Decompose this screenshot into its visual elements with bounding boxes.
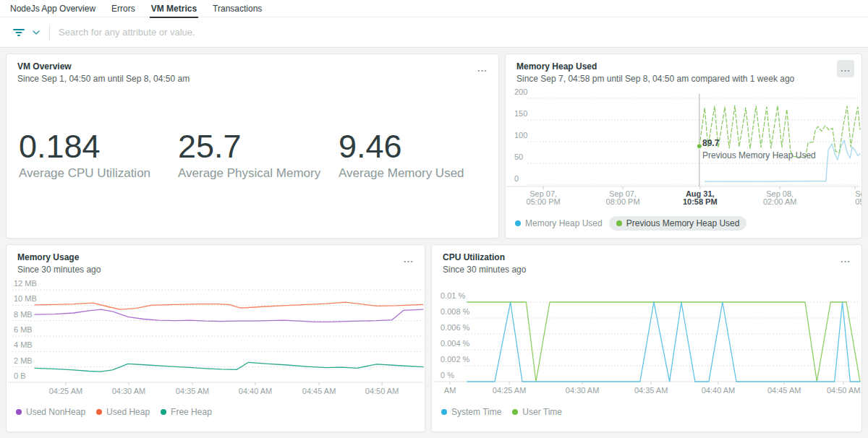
svg-text:02:00 AM: 02:00 AM — [763, 197, 796, 206]
panel-memory-heap-used: 050100150200Sep 07,05:00 PMSep 07,08:00 … — [505, 53, 862, 239]
legend-item[interactable]: Free Heap — [161, 407, 212, 417]
chart-legend: System TimeUser Time — [441, 407, 562, 417]
divider — [49, 25, 50, 40]
legend-dot-icon — [161, 409, 166, 415]
svg-text:10:58 PM: 10:58 PM — [683, 197, 718, 206]
panel-subtitle: Since 30 minutes ago — [443, 265, 851, 275]
metric-label: Average Memory Used — [339, 166, 464, 181]
legend-dot-icon — [512, 409, 518, 415]
svg-text:04:50 AM: 04:50 AM — [365, 387, 399, 395]
legend-label: System Time — [451, 407, 501, 417]
svg-text:2 MB: 2 MB — [14, 356, 33, 365]
metric-label: Average CPU Utilization — [19, 166, 150, 181]
svg-text:AM: AM — [444, 386, 456, 395]
svg-text:200: 200 — [514, 87, 527, 96]
svg-text:0: 0 — [514, 174, 519, 183]
svg-text:0.002 %: 0.002 % — [441, 355, 470, 364]
metric-label: Average Physical Memory — [178, 166, 320, 181]
svg-text:0.006 %: 0.006 % — [441, 323, 470, 332]
chevron-down-icon[interactable] — [32, 30, 41, 35]
panel-menu-button[interactable]: ... — [400, 251, 417, 268]
search-input[interactable] — [59, 27, 861, 38]
panel-title: CPU Utilization — [443, 252, 851, 262]
legend-dot-icon — [441, 409, 447, 415]
metric-value: 25.7 — [178, 129, 320, 163]
panel-subtitle: Since Sep 7, 04:58 pm until Sep 8, 04:50… — [516, 74, 851, 84]
svg-text:04:30 AM: 04:30 AM — [112, 387, 145, 395]
panel-vm-overview: VM Overview Since Sep 1, 04:50 am until … — [6, 53, 499, 239]
svg-text:4 MB: 4 MB — [14, 340, 33, 349]
billboard-metric: 9.46 Average Memory Used — [339, 129, 464, 181]
svg-text:8 MB: 8 MB — [14, 310, 33, 319]
legend-item[interactable]: Previous Memory Heap Used — [609, 216, 747, 231]
chart-legend: Used NonHeapUsed HeapFree Heap — [16, 407, 212, 417]
svg-text:04:35 AM: 04:35 AM — [176, 387, 209, 395]
panel-title: Memory Usage — [17, 252, 414, 262]
legend-item[interactable]: Used Heap — [96, 407, 150, 417]
legend-item[interactable]: System Time — [441, 407, 501, 417]
panel-menu-button[interactable]: ... — [837, 251, 854, 268]
svg-text:0.004 %: 0.004 % — [441, 339, 470, 348]
svg-text:150: 150 — [514, 109, 527, 118]
tab-vm-metrics[interactable]: VM Metrics — [150, 0, 198, 18]
svg-text:04:45 AM: 04:45 AM — [767, 386, 801, 395]
legend-item[interactable]: Memory Heap Used — [515, 218, 603, 228]
tab-nodejs-app-overview[interactable]: NodeJs App Overview — [9, 0, 97, 18]
svg-text:05:: 05: — [855, 197, 861, 206]
legend-item[interactable]: Used NonHeap — [16, 407, 85, 417]
svg-text:04:35 AM: 04:35 AM — [634, 386, 668, 395]
svg-text:08:00 PM: 08:00 PM — [606, 197, 640, 206]
top-navigation: NodeJs App Overview Errors VM Metrics Tr… — [0, 0, 868, 17]
legend-item[interactable]: User Time — [512, 407, 562, 417]
panel-subtitle: Since 30 minutes ago — [17, 265, 414, 275]
svg-text:100: 100 — [514, 131, 527, 139]
svg-text:10 MB: 10 MB — [14, 294, 37, 303]
svg-text:04:45 AM: 04:45 AM — [302, 387, 336, 395]
dashboard-content: VM Overview Since Sep 1, 04:50 am until … — [0, 48, 868, 438]
svg-text:0.008 %: 0.008 % — [441, 307, 470, 316]
billboard-metric: 25.7 Average Physical Memory — [178, 129, 320, 181]
svg-text:04:40 AM: 04:40 AM — [239, 387, 272, 395]
panel-menu-button[interactable]: ... — [474, 60, 491, 77]
legend-dot-icon — [616, 220, 622, 226]
svg-text:0 %: 0 % — [441, 371, 454, 379]
legend-label: Memory Heap Used — [525, 218, 603, 228]
panel-subtitle: Since Sep 1, 04:50 am until Sep 8, 04:50… — [17, 74, 488, 84]
svg-text:0.01 %: 0.01 % — [441, 291, 465, 300]
svg-text:12 MB: 12 MB — [14, 279, 37, 288]
legend-label: Free Heap — [171, 407, 212, 417]
legend-label: Used NonHeap — [26, 407, 85, 417]
svg-text:04:25 AM: 04:25 AM — [49, 387, 82, 395]
panel-menu-button[interactable]: ... — [837, 60, 854, 77]
legend-label: Used Heap — [106, 407, 150, 417]
svg-text:50: 50 — [514, 153, 523, 161]
svg-text:04:40 AM: 04:40 AM — [702, 386, 735, 395]
metric-value: 9.46 — [339, 129, 464, 163]
svg-text:04:50 AM: 04:50 AM — [827, 386, 860, 395]
filter-bar — [0, 17, 868, 48]
billboard-metric: 0.184 Average CPU Utilization — [19, 129, 150, 181]
tab-errors[interactable]: Errors — [110, 0, 137, 18]
legend-label: User Time — [522, 407, 562, 417]
panel-memory-usage: 0 B2 MB4 MB6 MB8 MB10 MB12 MB04:25 AM04:… — [6, 244, 425, 432]
legend-dot-icon — [515, 220, 521, 226]
svg-text:6 MB: 6 MB — [14, 325, 33, 334]
panel-title: VM Overview — [17, 61, 488, 72]
svg-text:05:00 PM: 05:00 PM — [527, 197, 561, 206]
panel-cpu-utilization: 0 %0.002 %0.004 %0.006 %0.008 %0.01 %AM0… — [431, 244, 862, 432]
chart-legend: Memory Heap UsedPrevious Memory Heap Use… — [515, 216, 746, 231]
metric-value: 0.184 — [19, 129, 150, 163]
filter-icon[interactable] — [12, 26, 26, 39]
legend-label: Previous Memory Heap Used — [626, 218, 740, 228]
tab-transactions[interactable]: Transactions — [211, 0, 263, 18]
legend-dot-icon — [16, 409, 22, 415]
legend-dot-icon — [96, 409, 102, 415]
svg-text:04:25 AM: 04:25 AM — [493, 386, 526, 395]
svg-text:0 B: 0 B — [14, 372, 26, 380]
panel-title: Memory Heap Used — [516, 61, 851, 72]
svg-text:04:30 AM: 04:30 AM — [566, 386, 599, 395]
